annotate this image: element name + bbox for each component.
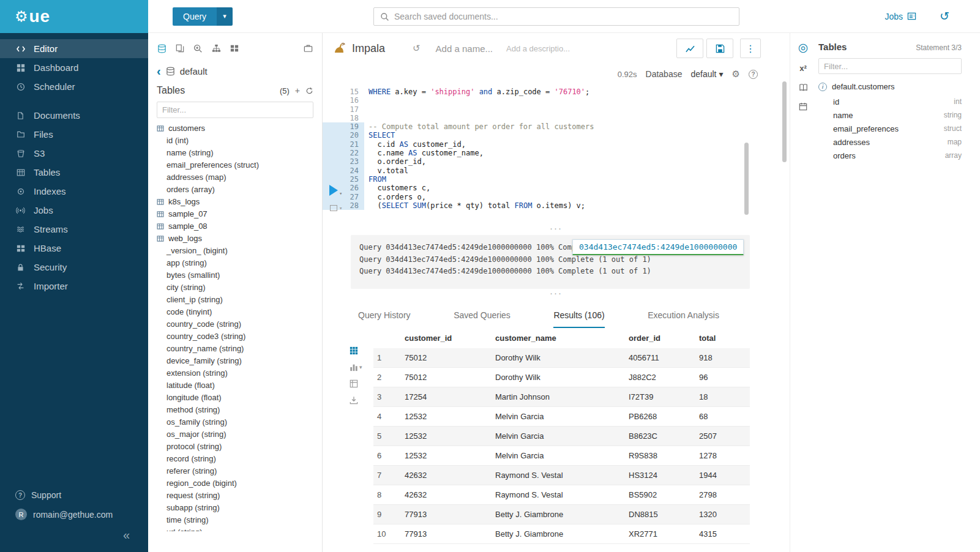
results-column-header[interactable]: order_id: [625, 328, 695, 348]
sidebar-item-dashboard[interactable]: Dashboard: [0, 58, 148, 77]
results-column-header[interactable]: [373, 328, 401, 348]
assist-column-item[interactable]: idint: [818, 95, 962, 108]
settings-gear-icon[interactable]: ⚙: [732, 69, 740, 80]
column-item[interactable]: region_code (bigint): [148, 477, 322, 490]
tab-execution-analysis[interactable]: Execution Analysis: [648, 310, 719, 328]
column-item[interactable]: bytes (smallint): [148, 269, 322, 282]
column-item[interactable]: addresses (map): [148, 171, 322, 184]
functions-icon[interactable]: x²: [799, 64, 807, 73]
apps-icon[interactable]: [230, 44, 239, 53]
column-item[interactable]: device_family (string): [148, 355, 322, 367]
sidebar-item-scheduler[interactable]: Scheduler: [0, 77, 148, 96]
column-item[interactable]: record (string): [148, 453, 322, 465]
support-link[interactable]: ? Support: [0, 486, 148, 504]
sidebar-item-s3[interactable]: S3: [0, 144, 148, 163]
new-query-button[interactable]: Query ▾: [173, 7, 233, 26]
sidebar-item-security[interactable]: Security: [0, 258, 148, 277]
query-button-label[interactable]: Query: [173, 7, 217, 26]
column-item[interactable]: orders (array): [148, 184, 322, 196]
column-item[interactable]: name (string): [148, 147, 322, 159]
column-item[interactable]: os_family (string): [148, 416, 322, 428]
column-item[interactable]: _version_ (bigint): [148, 245, 322, 257]
save-button[interactable]: [706, 39, 733, 58]
chart-button[interactable]: [676, 39, 703, 58]
column-item[interactable]: id (int): [148, 135, 322, 147]
assist-column-item[interactable]: addressesmap: [818, 135, 962, 149]
info-icon[interactable]: i: [818, 83, 827, 91]
databases-icon[interactable]: [157, 44, 166, 53]
back-chevron-icon[interactable]: ‹: [157, 65, 161, 77]
column-item[interactable]: code (tinyint): [148, 306, 322, 318]
documents-icon[interactable]: [176, 44, 184, 53]
column-item[interactable]: method (string): [148, 404, 322, 416]
column-item[interactable]: request (string): [148, 490, 322, 502]
help-icon[interactable]: ?: [749, 70, 758, 79]
results-column-header[interactable]: customer_name: [492, 328, 625, 348]
chart-view-button[interactable]: ▾: [350, 363, 362, 371]
tables-filter-input[interactable]: [162, 105, 308, 114]
resize-handle[interactable]: ···: [323, 224, 790, 233]
sidebar-item-jobs[interactable]: Jobs: [0, 201, 148, 220]
column-item[interactable]: country_name (string): [148, 343, 322, 355]
resize-handle[interactable]: ···: [323, 289, 790, 297]
grid-view-button[interactable]: [350, 346, 362, 355]
sitemap-icon[interactable]: [212, 44, 221, 53]
assist-column-item[interactable]: ordersarray: [818, 149, 962, 162]
column-item[interactable]: email_preferences (struct): [148, 159, 322, 171]
column-item[interactable]: referer (string): [148, 465, 322, 477]
query-history-icon[interactable]: ↺: [940, 10, 949, 22]
sidebar-item-editor[interactable]: Editor: [0, 39, 148, 58]
assist-filter[interactable]: [818, 58, 962, 74]
query-name-field[interactable]: Add a name...: [436, 43, 493, 54]
table-item-sample_07[interactable]: sample_07: [148, 208, 322, 220]
results-column-header[interactable]: total: [695, 328, 750, 348]
sidebar-item-hbase[interactable]: HBase: [0, 239, 148, 258]
briefcase-icon[interactable]: [304, 44, 313, 53]
jobs-link[interactable]: Jobs: [885, 12, 917, 21]
column-item[interactable]: url (string): [148, 526, 322, 531]
tab-query-history[interactable]: Query History: [358, 310, 411, 328]
column-item[interactable]: subapp (string): [148, 502, 322, 514]
hue-logo[interactable]: ⚙ ue: [0, 0, 148, 33]
zoom-icon[interactable]: [193, 44, 203, 53]
column-item[interactable]: city (string): [148, 282, 322, 294]
run-options-caret[interactable]: ▾: [339, 190, 342, 196]
query-description-field[interactable]: Add a descriptio...: [506, 44, 570, 53]
sidebar-item-files[interactable]: Files: [0, 125, 148, 144]
download-button[interactable]: [350, 396, 362, 405]
editor-scrollbar[interactable]: [744, 143, 749, 215]
search-input[interactable]: [394, 12, 733, 21]
column-item[interactable]: time (string): [148, 514, 322, 526]
database-name[interactable]: default: [180, 66, 208, 76]
code-editor[interactable]: 15WHERE a.key = 'shipping' and a.zip_cod…: [323, 84, 790, 224]
columns-view-button[interactable]: [350, 379, 362, 388]
column-item[interactable]: protocol (string): [148, 441, 322, 453]
refresh-icon[interactable]: [305, 87, 313, 95]
column-item[interactable]: client_ip (string): [148, 294, 322, 306]
tab-results-106-[interactable]: Results (106): [553, 310, 604, 328]
editor-assistant-icon[interactable]: ◎: [798, 42, 809, 53]
add-table-icon[interactable]: +: [295, 86, 300, 95]
main-scrollbar[interactable]: [782, 81, 787, 162]
query-dropdown-caret[interactable]: ▾: [217, 7, 233, 26]
assist-column-item[interactable]: email_preferencesstruct: [818, 122, 962, 135]
sidebar-item-importer[interactable]: Importer: [0, 277, 148, 296]
sidebar-item-documents[interactable]: Documents: [0, 106, 148, 125]
language-reference-icon[interactable]: [799, 83, 808, 92]
column-item[interactable]: app (string): [148, 257, 322, 269]
assist-table-item[interactable]: i default.customers: [818, 82, 962, 91]
results-column-header[interactable]: customer_id: [401, 328, 492, 348]
sidebar-item-tables[interactable]: Tables: [0, 163, 148, 182]
assist-filter-input[interactable]: [824, 62, 956, 71]
more-actions-button[interactable]: ⋮: [740, 39, 761, 58]
global-search[interactable]: [373, 7, 739, 26]
table-item-customers[interactable]: customers: [148, 122, 322, 135]
tables-filter[interactable]: [157, 102, 313, 118]
collapse-sidebar-button[interactable]: «: [0, 524, 148, 547]
editor-options-button[interactable]: ▾: [330, 205, 342, 211]
run-button[interactable]: ▾: [329, 184, 342, 196]
assist-column-item[interactable]: namestring: [818, 108, 962, 122]
snippet-history-icon[interactable]: ↺: [413, 43, 421, 54]
table-item-sample_08[interactable]: sample_08: [148, 220, 322, 233]
table-item-k8s_logs[interactable]: k8s_logs: [148, 196, 322, 208]
